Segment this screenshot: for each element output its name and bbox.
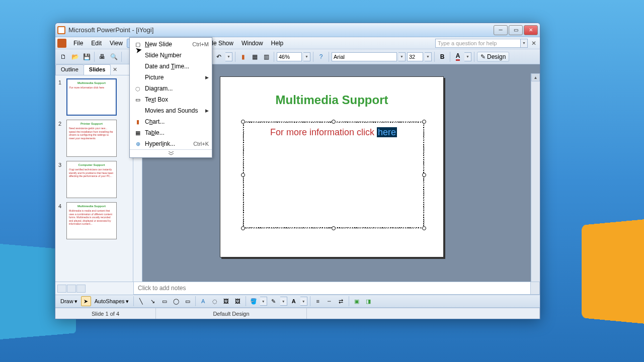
resize-handle[interactable] [332, 226, 336, 230]
menu-movies-sounds[interactable]: Movies and Sounds ▶ [130, 105, 212, 116]
insert-chart-button[interactable]: ▮ [238, 52, 248, 62]
thumbnail-list[interactable]: 1 Multimedia Support For more informatio… [55, 75, 133, 282]
zoom-dd[interactable]: ▼ [303, 52, 310, 61]
undo-button[interactable]: ↶ [214, 52, 224, 62]
resize-handle[interactable] [241, 226, 245, 230]
vertical-scrollbar[interactable]: ▲ [531, 73, 540, 282]
draw-menu-button[interactable]: Draw ▾ [58, 297, 79, 306]
menu-hyperlink[interactable]: ⊕ Hyperlink... Ctrl+K [130, 138, 212, 149]
slideshow-view-button[interactable] [76, 285, 86, 293]
tables-borders-button[interactable]: ▥ [261, 52, 271, 62]
resize-handle[interactable] [422, 226, 426, 230]
maximize-button[interactable]: ▭ [509, 25, 523, 35]
rectangle-tool[interactable]: ▭ [159, 296, 170, 306]
font-color-dd[interactable]: ▼ [464, 52, 471, 61]
bold-button[interactable]: B [437, 52, 447, 62]
3d-button[interactable]: ◨ [363, 296, 373, 306]
doc-close-button[interactable]: ✕ [530, 39, 538, 47]
resize-handle[interactable] [422, 173, 426, 177]
design-button[interactable]: ✎ Design [477, 52, 509, 62]
notes-scrollbar[interactable] [530, 282, 539, 294]
line-color-button[interactable]: ✎ [269, 296, 279, 306]
menu-date-time[interactable]: Date and Time... [130, 61, 212, 72]
new-button[interactable]: 🗋 [58, 52, 68, 62]
normal-view-button[interactable] [57, 285, 66, 293]
menu-view[interactable]: View [106, 39, 127, 48]
scroll-up-icon[interactable]: ▲ [531, 73, 540, 81]
notes-input[interactable] [134, 282, 530, 294]
insert-table-button[interactable]: ▦ [250, 52, 260, 62]
menu-file[interactable]: File [69, 39, 87, 48]
font-color-button[interactable]: A [453, 52, 463, 62]
textbox-icon: ▭ [133, 95, 143, 104]
resize-handle[interactable] [241, 173, 245, 177]
textbox-tool[interactable]: ▭ [183, 296, 193, 306]
panel-close[interactable]: ✕ [110, 64, 119, 75]
shadow-button[interactable]: ▣ [352, 296, 362, 306]
select-objects-button[interactable]: ➤ [81, 296, 91, 306]
menu-window[interactable]: Window [237, 39, 267, 48]
menu-item-label: Slide Number [145, 52, 209, 59]
font-input[interactable]: Arial [332, 52, 397, 61]
titlebar[interactable]: Microsoft PowerPoint - [iYogi] ─ ▭ ✕ [55, 23, 540, 37]
resize-handle[interactable] [332, 120, 336, 124]
slide-thumbnail-2[interactable]: Printer Support Need assistance gettin y… [66, 120, 117, 157]
insert-dropdown-menu: ▢ New Slide Ctrl+M Slide Number Date and… [129, 37, 212, 158]
menu-new-slide[interactable]: ▢ New Slide Ctrl+M [130, 39, 212, 50]
wordart-tool[interactable]: A [198, 296, 208, 306]
menu-picture[interactable]: Picture ▶ [130, 72, 212, 83]
resize-handle[interactable] [422, 120, 426, 124]
slide-thumbnail-1[interactable]: Multimedia Support For more information … [66, 78, 117, 116]
picture-tool[interactable]: 🖼 [233, 296, 243, 306]
arrow-style-button[interactable]: ⇄ [336, 296, 346, 306]
font-dd[interactable]: ▼ [398, 52, 406, 61]
undo-dd[interactable]: ▼ [225, 52, 232, 61]
line-tool[interactable]: ╲ [136, 296, 146, 306]
line-style-button[interactable]: ≡ [313, 296, 323, 306]
clipart-tool[interactable]: 🖼 [221, 296, 231, 306]
menu-table[interactable]: ▦ Table... [130, 127, 212, 138]
diagram-tool[interactable]: ◌ [210, 296, 220, 306]
oval-tool[interactable]: ◯ [171, 296, 181, 306]
menu-diagram[interactable]: ◌ Diagram... [130, 83, 212, 94]
tab-outline[interactable]: Outline [55, 64, 84, 75]
selected-text-box[interactable]: For more information click here [243, 121, 425, 229]
thumbnail-row: 4 Multimedia Support Multimedia is media… [58, 202, 130, 239]
menu-expand[interactable] [130, 149, 212, 156]
open-button[interactable]: 📂 [70, 52, 80, 62]
preview-button[interactable]: 🔍 [109, 52, 119, 62]
arrow-tool[interactable]: ↘ [148, 296, 158, 306]
menu-item-label: Table... [145, 129, 209, 136]
slide-thumbnail-3[interactable]: Computer Support iYogi certified technic… [66, 161, 117, 198]
document-icon [57, 39, 66, 48]
resize-handle[interactable] [241, 120, 245, 124]
help-search-input[interactable]: Type a question for help [435, 39, 521, 48]
font-size-dd[interactable]: ▼ [425, 52, 432, 61]
close-button[interactable]: ✕ [524, 25, 538, 35]
minimize-button[interactable]: ─ [494, 25, 508, 35]
font-size-input[interactable]: 32 [407, 52, 423, 61]
menu-help[interactable]: Help [267, 39, 288, 48]
chart-icon: ▮ [133, 117, 143, 126]
slide-canvas[interactable]: Multimedia Support For more information … [220, 76, 444, 257]
slide-thumbnail-4[interactable]: Multimedia Support Multimedia is media a… [66, 202, 117, 239]
slide-title-text[interactable]: Multimedia Support [220, 93, 443, 107]
text-line[interactable]: For more information click here [246, 127, 422, 138]
font-color-button-2[interactable]: A [289, 296, 299, 306]
menu-item-label: Chart... [145, 118, 209, 125]
sorter-view-button[interactable] [67, 285, 76, 293]
print-button[interactable]: 🖶 [97, 52, 107, 62]
menu-edit[interactable]: Edit [87, 39, 106, 48]
save-button[interactable]: 💾 [82, 52, 92, 62]
design-icon: ✎ [480, 53, 486, 60]
zoom-input[interactable]: 46% [277, 52, 302, 61]
submenu-arrow-icon: ▶ [205, 75, 209, 80]
autoshapes-button[interactable]: AutoShapes ▾ [93, 297, 131, 306]
tab-slides[interactable]: Slides [84, 64, 111, 75]
help-dropdown-arrow[interactable]: ▼ [521, 39, 528, 48]
menu-chart[interactable]: ▮ Chart... [130, 116, 212, 127]
help-button[interactable]: ? [316, 52, 326, 62]
fill-color-button[interactable]: 🪣 [249, 296, 259, 306]
dash-style-button[interactable]: ┄ [325, 296, 335, 306]
menu-textbox[interactable]: ▭ Text Box [130, 94, 212, 105]
